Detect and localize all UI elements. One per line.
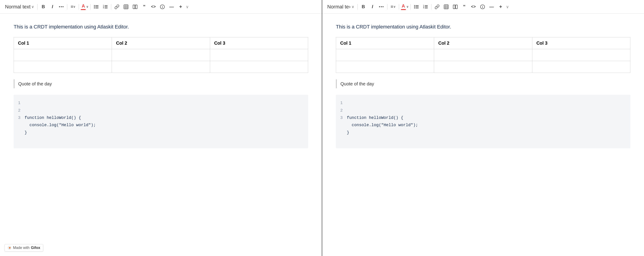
code-lines: function helloWorld() { console.log("Hel… [24, 99, 304, 144]
svg-rect-32 [425, 8, 428, 9]
right-columns-button[interactable] [452, 3, 459, 11]
text-style-dropdown[interactable]: Normal text ∨ [4, 3, 36, 11]
right-info-button[interactable] [479, 3, 486, 11]
ordered-list-button[interactable]: 123 [102, 3, 109, 11]
right-table-cell[interactable] [532, 49, 630, 61]
svg-rect-31 [425, 6, 428, 7]
ordered-list-icon: 123 [103, 4, 108, 9]
right-code-line-3: console.log("Hello world"); [347, 123, 418, 127]
text-style-label: Normal text [5, 4, 30, 10]
right-link-button[interactable] [433, 3, 441, 11]
right-editor-content[interactable]: This is a CRDT implementation using Atla… [322, 14, 644, 256]
blockquote-bar [14, 79, 14, 88]
left-table: Col 1 Col 2 Col 3 [14, 37, 308, 73]
svg-rect-2 [95, 8, 98, 9]
svg-rect-1 [95, 6, 98, 7]
color-button[interactable]: A ∨ [81, 3, 88, 11]
right-code-line-4: } [347, 130, 349, 135]
bold-button[interactable]: B [39, 3, 47, 11]
plus-button[interactable]: + [177, 3, 184, 11]
right-table-button[interactable] [442, 3, 450, 11]
right-table-cell[interactable] [434, 61, 532, 73]
code-line-numbers: 1 2 3 [14, 99, 24, 144]
right-link-icon [434, 4, 440, 9]
svg-point-4 [94, 6, 95, 7]
right-blockquote: Quote of the day [336, 79, 630, 88]
right-text-style-dropdown[interactable]: Normal te› ∨ [326, 3, 356, 11]
gifox-brand: Gifox [31, 246, 40, 250]
table-cell[interactable] [210, 61, 308, 73]
left-code-block[interactable]: 1 2 3 function helloWorld() { console.lo… [14, 95, 308, 148]
align-button[interactable]: ≡ ∨ [69, 3, 77, 11]
right-text-style-chevron: ∨ [352, 5, 354, 9]
right-italic-button[interactable]: I [368, 3, 376, 11]
svg-text:3: 3 [103, 7, 104, 9]
right-table-icon [444, 4, 449, 9]
right-body-text: This is a CRDT implementation using Atla… [336, 23, 630, 31]
right-editor-panel: Normal te› ∨ B I ••• ≡ ∨ A ∨ [322, 0, 644, 256]
left-blockquote: Quote of the day [14, 79, 308, 88]
svg-rect-12 [124, 5, 128, 9]
plus-chevron: ∨ [186, 4, 189, 9]
right-color-button[interactable]: A ∨ [401, 3, 409, 11]
right-table-header-row: Col 1 Col 2 Col 3 [336, 37, 630, 49]
svg-point-28 [414, 6, 415, 7]
svg-rect-24 [416, 5, 419, 6]
right-text-style-label: Normal te› [327, 4, 351, 10]
left-editor-content[interactable]: This is a CRDT implementation using Atla… [0, 14, 322, 256]
table-cell[interactable] [210, 49, 308, 61]
right-table-row [336, 49, 630, 61]
svg-rect-17 [133, 5, 135, 9]
bullet-list-icon [94, 4, 99, 9]
right-quote-button[interactable]: " [460, 3, 468, 11]
made-with-gifox-badge: 🦊 Made with Gifox [4, 244, 43, 251]
svg-rect-6 [104, 5, 108, 6]
table-header-row: Col 1 Col 2 Col 3 [14, 37, 308, 49]
right-plus-button[interactable]: + [497, 3, 504, 11]
table-header-col1: Col 1 [14, 37, 112, 49]
right-divider-5 [431, 4, 432, 10]
svg-text:🦊: 🦊 [9, 247, 11, 249]
dash-button[interactable]: — [168, 3, 175, 11]
right-table-cell[interactable] [434, 49, 532, 61]
divider-5 [111, 4, 111, 10]
right-ordered-list-button[interactable]: 123 [422, 3, 429, 11]
divider-2 [67, 4, 67, 10]
italic-button[interactable]: I [48, 3, 56, 11]
right-code-line-numbers: 1 2 3 [336, 99, 347, 144]
table-cell[interactable] [112, 49, 210, 61]
more-button[interactable]: ••• [58, 3, 65, 11]
right-line-num-1: 1 [340, 99, 343, 107]
info-button[interactable] [158, 3, 166, 11]
right-align-button[interactable]: ≡ ∨ [389, 3, 397, 11]
left-toolbar: Normal text ∨ B I ••• ≡ ∨ A ∨ [0, 0, 322, 14]
right-blockquote-bar [336, 79, 337, 88]
right-bold-button[interactable]: B [360, 3, 367, 11]
code-button[interactable]: <> [150, 3, 157, 11]
right-table-cell[interactable] [336, 49, 434, 61]
bullet-list-button[interactable] [92, 3, 100, 11]
svg-rect-25 [416, 6, 419, 7]
divider-1 [37, 4, 38, 10]
color-icon-letter: A [82, 4, 85, 9]
columns-button[interactable] [131, 3, 139, 11]
link-button[interactable] [113, 3, 121, 11]
info-icon [160, 4, 165, 9]
right-bullet-list-button[interactable] [412, 3, 420, 11]
right-divider-4 [410, 4, 411, 10]
right-dash-button[interactable]: — [488, 3, 496, 11]
table-cell[interactable] [14, 49, 112, 61]
table-button[interactable] [122, 3, 130, 11]
quote-button[interactable]: " [140, 3, 148, 11]
text-style-chevron: ∨ [32, 5, 34, 9]
table-cell[interactable] [14, 61, 112, 73]
line-num-3: 3 [18, 114, 20, 121]
right-table-cell[interactable] [532, 61, 630, 73]
right-table-cell[interactable] [336, 61, 434, 73]
right-code-button[interactable]: <> [470, 3, 477, 11]
right-more-button[interactable]: ••• [378, 3, 386, 11]
right-code-block[interactable]: 1 2 3 function helloWorld() { console.lo… [336, 95, 630, 148]
svg-point-27 [414, 5, 415, 6]
table-cell[interactable] [112, 61, 210, 73]
divider-4 [90, 4, 90, 10]
